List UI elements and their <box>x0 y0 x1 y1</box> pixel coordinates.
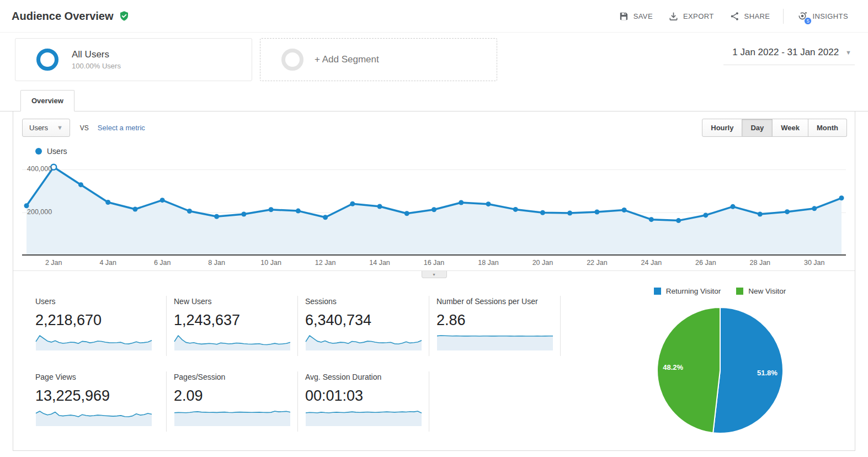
save-label: SAVE <box>633 12 653 20</box>
sparkline-sessions <box>305 334 422 350</box>
collapse-chart-button[interactable]: ▼ <box>422 271 447 278</box>
segments-row: All Users 100.00% Users + Add Segment 1 … <box>0 33 868 84</box>
visitor-type-chart: Returning Visitor New Visitor 51.8%48.2% <box>561 287 855 437</box>
metric-value: 2.09 <box>174 387 291 405</box>
segment-title: All Users <box>72 49 121 60</box>
metric-value: 1,243,637 <box>174 312 291 329</box>
segment-subtitle: 100.00% Users <box>72 62 121 70</box>
sparkline-sessions-per-user <box>436 334 553 350</box>
page-title: Audience Overview <box>12 10 114 23</box>
main-line-chart[interactable]: 200,000400,000 <box>22 159 846 256</box>
overview-panel: Users ▼ VS Select a metric Hourly Day We… <box>13 111 855 451</box>
caret-down-icon: ▼ <box>845 50 851 56</box>
sparkline-new-users <box>174 334 291 350</box>
metric-cards: Users 2,218,670 New Users 1,243,637 Sess… <box>35 296 561 437</box>
export-button[interactable]: EXPORT <box>662 8 721 25</box>
save-icon <box>619 11 629 22</box>
visitor-type-pie-svg[interactable]: 51.8%48.2% <box>654 304 786 437</box>
metric-label: Sessions <box>305 297 422 306</box>
sparkline-page-views <box>35 410 152 426</box>
metric-card-sessions[interactable]: Sessions 6,340,734 <box>298 296 429 356</box>
legend-label: Users <box>47 147 67 156</box>
sparkline-pages-session <box>174 410 291 426</box>
metric-card-sessions-per-user[interactable]: Number of Sessions per User 2.86 <box>429 296 561 356</box>
metric-value: 2,218,670 <box>35 312 159 329</box>
metric-select-value: Users <box>29 124 48 132</box>
date-range-text: 1 Jan 2022 - 31 Jan 2022 <box>732 47 839 58</box>
metric-card-empty <box>429 371 561 432</box>
share-icon <box>729 11 740 22</box>
metric-card-pages-session[interactable]: Pages/Session 2.09 <box>167 371 298 432</box>
metric-label: Users <box>35 297 159 306</box>
metric-value: 6,340,734 <box>305 312 422 329</box>
export-label: EXPORT <box>683 12 714 20</box>
toolbar-divider <box>783 9 784 24</box>
insights-button[interactable]: 5 INSIGHTS <box>790 7 855 25</box>
granularity-hourly-button[interactable]: Hourly <box>702 119 742 137</box>
metric-value: 13,225,969 <box>35 387 159 405</box>
metric-label: Pages/Session <box>174 373 291 381</box>
chart-divider: ▼ <box>13 270 855 279</box>
summary-section: Users 2,218,670 New Users 1,243,637 Sess… <box>13 279 855 437</box>
caret-down-icon: ▼ <box>57 125 63 131</box>
pie-legend: Returning Visitor New Visitor <box>654 287 786 295</box>
sparkline-users <box>35 334 152 350</box>
metric-select-dropdown[interactable]: Users ▼ <box>22 119 70 137</box>
share-button[interactable]: SHARE <box>723 8 777 25</box>
returning-visitor-swatch-icon <box>654 288 661 295</box>
metric-label: Number of Sessions per User <box>436 297 553 306</box>
report-toolbar: SAVE EXPORT SHARE 5 <box>612 7 855 25</box>
insights-count-badge: 5 <box>804 17 812 25</box>
select-metric-link[interactable]: Select a metric <box>98 124 145 132</box>
add-segment-circle-icon <box>281 49 303 71</box>
metric-value: 00:01:03 <box>305 387 422 405</box>
metric-card-page-views[interactable]: Page Views 13,225,969 <box>35 371 167 432</box>
share-label: SHARE <box>744 12 770 20</box>
svg-text:51.8%: 51.8% <box>757 369 777 377</box>
new-visitor-legend-label: New Visitor <box>748 287 786 295</box>
caret-down-icon: ▼ <box>432 273 436 277</box>
metric-card-new-users[interactable]: New Users 1,243,637 <box>167 296 298 356</box>
metric-label: Avg. Session Duration <box>305 373 422 381</box>
save-button[interactable]: SAVE <box>612 8 659 25</box>
metric-value: 2.86 <box>436 312 553 329</box>
granularity-toggle: Hourly Day Week Month <box>702 119 847 137</box>
metric-card-users[interactable]: Users 2,218,670 <box>35 296 167 356</box>
tab-overview[interactable]: Overview <box>20 90 74 111</box>
x-axis-labels: 2 Jan4 Jan6 Jan8 Jan10 Jan12 Jan14 Jan16… <box>22 256 846 269</box>
metric-label: Page Views <box>35 373 159 381</box>
verified-shield-icon <box>119 10 130 22</box>
svg-text:48.2%: 48.2% <box>663 363 683 371</box>
returning-visitor-legend-label: Returning Visitor <box>666 287 721 295</box>
metric-card-avg-session-duration[interactable]: Avg. Session Duration 00:01:03 <box>298 371 429 432</box>
segment-all-users[interactable]: All Users 100.00% Users <box>15 38 252 81</box>
granularity-month-button[interactable]: Month <box>808 119 847 137</box>
add-segment-label: + Add Segment <box>315 54 379 65</box>
line-chart-svg[interactable] <box>22 159 846 256</box>
chart-legend: Users <box>35 147 855 156</box>
sparkline-avg-session-duration <box>305 410 422 426</box>
insights-label: INSIGHTS <box>812 12 848 20</box>
granularity-week-button[interactable]: Week <box>773 119 808 137</box>
metric-label: New Users <box>174 297 291 306</box>
segment-circle-icon <box>36 49 58 71</box>
tab-strip: Overview <box>0 90 868 111</box>
top-bar: Audience Overview SAVE EXPORT <box>0 0 868 33</box>
date-range-selector[interactable]: 1 Jan 2022 - 31 Jan 2022 ▼ <box>723 42 855 65</box>
vs-label: VS <box>80 124 89 132</box>
granularity-day-button[interactable]: Day <box>742 119 773 137</box>
legend-dot-icon <box>35 148 42 155</box>
export-icon <box>668 11 679 22</box>
add-segment-button[interactable]: + Add Segment <box>260 38 497 81</box>
new-visitor-swatch-icon <box>736 288 743 295</box>
chart-controls-row: Users ▼ VS Select a metric Hourly Day We… <box>13 111 855 137</box>
